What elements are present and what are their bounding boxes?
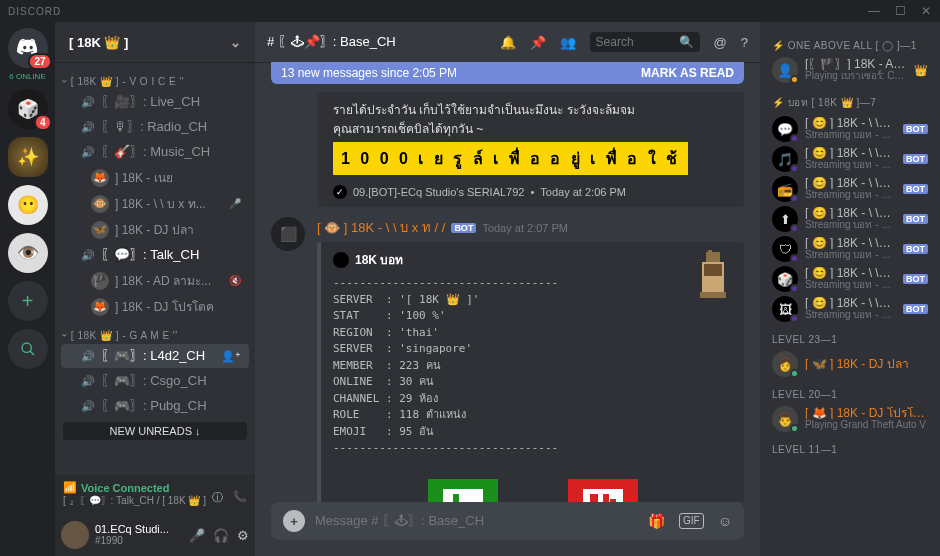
speaker-icon: 🔊	[81, 350, 95, 363]
member-list: ⚡ ONE ABOVE ALL [ ◯ ]—1 👤 [〖🏴〗] 18K - AD…	[760, 22, 940, 556]
svg-rect-10	[453, 494, 459, 503]
mentions-icon[interactable]: @	[714, 35, 727, 50]
voice-user[interactable]: 🦋] 18K - DJ ปลา	[61, 217, 249, 242]
channel-live[interactable]: 🔊〖🎥〗: Live_CH	[61, 90, 249, 114]
disconnect-icon[interactable]: 📞	[233, 490, 247, 505]
guild-ecq[interactable]: 🎲4	[8, 89, 48, 129]
member-item[interactable]: ⬆[ 😊 ] 18K - \ \ บ x...Streaming บอท - เ…	[766, 204, 934, 234]
speaker-icon: 🔊	[81, 375, 95, 388]
code-block: ---------------------------------- SERVE…	[333, 275, 732, 457]
voice-user[interactable]: 🏴] 18K - AD ลามะ...🔇	[61, 268, 249, 293]
member-category: LEVEL 11—1	[766, 434, 934, 459]
member-category: ⚡ ONE ABOVE ALL [ ◯ ]—1	[766, 30, 934, 55]
member-item[interactable]: 👨[ 🦊 ] 18K - DJ โปรโตคPlaying Grand Thef…	[766, 404, 934, 434]
settings-button[interactable]: ⚙	[237, 528, 249, 543]
help-icon[interactable]: ?	[741, 35, 748, 50]
speaker-icon: 🔊	[81, 400, 95, 413]
guild-18k[interactable]: ✨	[8, 137, 48, 177]
bot-tag: BOT	[903, 244, 928, 254]
svg-rect-2	[708, 250, 712, 254]
category-voice[interactable]: [ 18K 👑 ] - V O I C E ''	[55, 66, 255, 89]
member-item[interactable]: 🛡[ 😊 ] 18K - \ \ บ x...Streaming บอท - ส…	[766, 234, 934, 264]
svg-rect-19	[590, 494, 598, 503]
mute-button[interactable]: 🎤	[189, 528, 205, 543]
new-unreads-button[interactable]: NEW UNREADS ↓	[63, 422, 247, 440]
svg-rect-5	[700, 292, 726, 298]
svg-rect-4	[704, 264, 722, 276]
member-item[interactable]: 💬[ 😊 ] 18K - \ \ บ x...Streaming บอท - ท…	[766, 114, 934, 144]
speaker-icon: 🔊	[81, 146, 95, 159]
bot-tag: BOT	[451, 223, 476, 233]
input-placeholder: Message # 〖🕹〗: Base_CH	[315, 512, 484, 530]
message-author[interactable]: [ 🐵 ] 18K - \ \ บ x ท / /	[317, 217, 445, 238]
info-icon[interactable]: ⓘ	[212, 490, 223, 505]
channel-csgo[interactable]: 🔊〖🎮〗: Csgo_CH	[61, 369, 249, 393]
window-maximize[interactable]: ☐	[895, 4, 907, 18]
channel-l4d2[interactable]: 🔊〖🎮〗: L4d2_CH👤⁺	[61, 344, 249, 368]
add-server-button[interactable]: +	[8, 281, 48, 321]
bot-tag: BOT	[903, 124, 928, 134]
mark-as-read[interactable]: MARK AS READ	[641, 66, 734, 80]
category-game[interactable]: [ 18K 👑 ] - G A M E ''	[55, 320, 255, 343]
member-item[interactable]: 👩[ 🦋 ] 18K - DJ ปลา	[766, 349, 934, 379]
avatar[interactable]: ⬛	[271, 217, 305, 251]
channel-title: # 〖🕹📌〗: Base_CH	[267, 33, 396, 51]
home-button[interactable]: 27	[8, 28, 48, 68]
bot-tag: BOT	[903, 184, 928, 194]
channel-radio[interactable]: 🔊〖🎙〗: Radio_CH	[61, 115, 249, 139]
member-category: LEVEL 23—1	[766, 324, 934, 349]
bot-tag: BOT	[903, 274, 928, 284]
channel-pubg[interactable]: 🔊〖🎮〗: Pubg_CH	[61, 394, 249, 418]
home-badge: 27	[28, 53, 51, 70]
chat-area: # 〖🕹📌〗: Base_CH 🔔 📌 👥 Search🔍 @ ? 13 new…	[255, 22, 760, 556]
member-item[interactable]: 📻[ 😊 ] 18K - \ \ บ x...Streaming บอท - ว…	[766, 174, 934, 204]
online-count: 6 ONLINE	[9, 72, 45, 81]
deafen-button[interactable]: 🎧	[213, 528, 229, 543]
window-close[interactable]: ✕	[921, 4, 932, 18]
svg-rect-9	[443, 489, 483, 503]
voice-user[interactable]: 🦊] 18K - DJ โปรโตค	[61, 294, 249, 319]
channel-talk[interactable]: 🔊〖💬〗: Talk_CH	[61, 243, 249, 267]
pixel-art	[333, 469, 732, 503]
speaker-icon: 🔊	[81, 249, 95, 262]
mute-icon: 🔇	[229, 275, 241, 286]
gif-icon[interactable]: GIF	[679, 513, 704, 529]
speaker-icon: 🔊	[81, 121, 95, 134]
member-category: ⚡ บอท [ 18K 👑 ]—7	[766, 85, 934, 114]
check-icon: ✓	[333, 185, 347, 199]
signal-icon: 📶	[63, 481, 77, 494]
attach-button[interactable]: +	[283, 510, 305, 532]
notifications-icon[interactable]: 🔔	[500, 35, 516, 50]
search-input[interactable]: Search🔍	[590, 32, 700, 52]
brand: DISCORD	[8, 6, 61, 17]
mute-icon: 🎤	[229, 198, 241, 209]
channel-sidebar: [ 18K 👑 ] ⌄ [ 18K 👑 ] - V O I C E '' 🔊〖🎥…	[55, 22, 255, 556]
voice-user[interactable]: 🦊] 18K - เนย	[61, 165, 249, 190]
highlight-text: 1 0 0 0 เ ย รู ล์ เ พื่ อ อ ยู่ เ พื่ อ …	[333, 142, 688, 175]
invite-icon[interactable]: 👤⁺	[221, 350, 241, 363]
guild-4[interactable]: 👁️	[8, 233, 48, 273]
discover-button[interactable]	[8, 329, 48, 369]
members-icon[interactable]: 👥	[560, 35, 576, 50]
emoji-icon[interactable]: ☺	[718, 513, 732, 529]
avatar[interactable]	[61, 521, 89, 549]
channel-music[interactable]: 🔊〖🎸〗: Music_CH	[61, 140, 249, 164]
bot-tag: BOT	[903, 304, 928, 314]
member-item[interactable]: 🎵[ 😊 ] 18K - \ \ บ x...Streaming บอท - เ…	[766, 144, 934, 174]
guild-3[interactable]: 😶	[8, 185, 48, 225]
crown-icon: 👑	[914, 64, 928, 77]
server-header[interactable]: [ 18K 👑 ] ⌄	[55, 22, 255, 62]
svg-rect-21	[610, 499, 616, 503]
member-item[interactable]: 🎲[ 😊 ] 18K - \ \ บ x...Streaming บอท - เ…	[766, 264, 934, 294]
gift-icon[interactable]: 🎁	[648, 513, 665, 529]
user-panel: 01.ECq Studi... #1990 🎤 🎧 ⚙	[55, 514, 255, 556]
message-input[interactable]: + Message # 〖🕹〗: Base_CH 🎁 GIF ☺	[271, 502, 744, 540]
member-item[interactable]: 👤 [〖🏴〗] 18K - AD ลาม...Playing เบราเซอร์…	[766, 55, 934, 85]
svg-point-0	[22, 343, 31, 352]
new-messages-bar[interactable]: 13 new messages since 2:05 PM MARK AS RE…	[271, 62, 744, 84]
member-item[interactable]: 🖼[ 😊 ] 18K - \ \ บ x...Streaming บอท - ร…	[766, 294, 934, 324]
search-icon	[20, 341, 36, 357]
pinned-icon[interactable]: 📌	[530, 35, 546, 50]
voice-user[interactable]: 🐵] 18K - \ \ บ x ท...🎤	[61, 191, 249, 216]
window-minimize[interactable]: —	[868, 4, 881, 18]
